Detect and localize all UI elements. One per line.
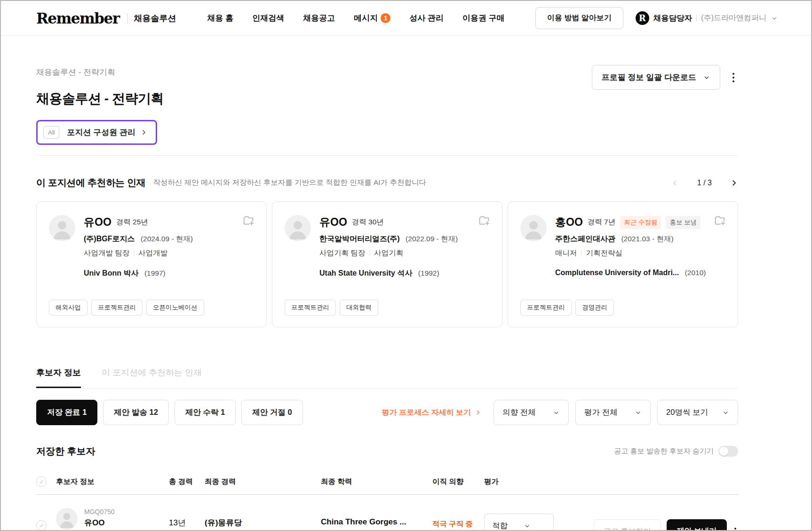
column-candidate-info: 후보자 정보: [56, 477, 169, 487]
profile-download-button[interactable]: 프로필 정보 일괄 다운로드: [592, 65, 720, 90]
row-checkbox[interactable]: [36, 520, 47, 531]
section-divider: [36, 155, 738, 156]
saved-candidates-title: 저장한 후보자: [36, 445, 96, 458]
candidate-dept: 사업기획: [374, 248, 403, 258]
column-evaluation: 평가: [484, 477, 738, 487]
chevron-down-icon: [553, 409, 560, 416]
recommended-candidate-cards: 유OO 경력 25년 (주)BGF로지스 (2024.09 - 현재) 사업개발…: [36, 201, 738, 327]
hide-promoted-label: 공고 홍보 발송한 후보자 숨기기: [614, 447, 714, 456]
table-row[interactable]: MGQ0750 유OO 13년 (유)몽류당 경영지원 China Three …: [36, 495, 738, 531]
candidate-education-year: (2010): [685, 269, 706, 277]
select-all-checkbox[interactable]: [36, 476, 47, 487]
candidate-name: 유OO: [84, 215, 111, 230]
save-to-folder-icon[interactable]: [713, 214, 726, 227]
candidate-company: 한국알박머터리얼즈(주): [319, 235, 400, 243]
position-member-management-link[interactable]: All 포지션 구성원 관리: [36, 120, 157, 145]
save-to-folder-icon[interactable]: [242, 214, 255, 227]
skill-tag: 프로젝트관리: [285, 300, 336, 316]
recommend-section-subtitle: 작성하신 제안 메시지와 저장하신 후보자를 기반으로 적합한 인재를 AI가 …: [153, 178, 426, 188]
how-to-use-button[interactable]: 이용 방법 알아보기: [535, 7, 623, 29]
column-last-career: 최종 경력: [205, 477, 321, 487]
skill-tag: 경영관리: [575, 300, 614, 316]
tab-recommended[interactable]: 이 포지션에 추천하는 인재: [102, 367, 202, 388]
filter-proposal-sent[interactable]: 제안 발송 12: [103, 400, 169, 425]
chevron-down-icon: [771, 15, 778, 22]
recommend-section-title: 이 포지션에 추천하는 인재: [36, 176, 145, 189]
candidate-career: 경력 25년: [116, 217, 148, 227]
filter-saved-done[interactable]: 저장 완료 1: [36, 400, 97, 425]
skill-tag: 프로젝트관리: [91, 300, 143, 316]
candidate-position: 사업개발 팀장: [84, 248, 129, 258]
page-size-select[interactable]: 20명씩 보기: [657, 400, 738, 425]
last-school: China Three Gorges ...: [321, 517, 432, 527]
nav-deal-management[interactable]: 성사 관리: [409, 13, 444, 24]
nav-purchase-pass[interactable]: 이용권 구매: [462, 13, 505, 24]
save-to-folder-icon[interactable]: [478, 214, 491, 227]
promote-posting-button[interactable]: 공고 홍보하기: [594, 519, 661, 531]
skill-tag: 해외사업: [49, 300, 88, 316]
top-navigation-bar: Remember 채용솔루션 채용 홈 인재검색 채용공고 메시지 1 성사 관…: [1, 1, 811, 36]
chevron-right-icon: [475, 409, 481, 416]
account-divider: [696, 15, 697, 22]
filter-proposal-rejected[interactable]: 제안 거절 0: [241, 400, 303, 425]
pager-count: 1 / 3: [697, 179, 712, 187]
chevron-down-icon: [722, 409, 729, 416]
candidate-period: (2022.09 - 현재): [406, 235, 458, 243]
candidate-name: 유OO: [319, 215, 347, 230]
candidate-education: Complutense University of Madri...: [555, 269, 679, 277]
job-intent-status: 적극 구직 중: [432, 508, 484, 531]
skill-tag: 오픈이노베이션: [146, 300, 204, 316]
recently-modified-badge: 최근 수정됨: [620, 216, 661, 229]
topbar-right: 이용 방법 알아보기 R 채용담당자 (주)드라마앤컴퍼니: [535, 7, 778, 29]
avatar: [520, 215, 547, 241]
chevron-down-icon: [703, 74, 710, 81]
account-role: 채용담당자: [653, 13, 693, 24]
tab-candidate-info[interactable]: 후보자 정보: [36, 367, 81, 388]
candidate-card[interactable]: 유OO 경력 30년 한국알박머터리얼즈(주) (2022.09 - 현재) 사…: [272, 201, 502, 327]
skill-tag: 프로젝트관리: [520, 300, 572, 316]
pager-prev-button[interactable]: [671, 179, 679, 187]
main-nav: 채용 홈 인재검색 채용공고 메시지 1 성사 관리 이용권 구매: [207, 13, 505, 24]
nav-recruit-home[interactable]: 채용 홈: [207, 13, 234, 24]
candidate-education: Utah State University 석사: [319, 269, 412, 277]
avatar: [56, 508, 78, 530]
nav-messages[interactable]: 메시지 1: [354, 13, 390, 24]
candidate-position: 사업기획 팀장: [319, 248, 365, 258]
hide-promoted-toggle[interactable]: [718, 446, 738, 457]
intent-filter-select[interactable]: 의향 전체: [494, 400, 569, 425]
promo-sent-badge: 홍보 보냄: [666, 216, 701, 229]
account-menu[interactable]: R 채용담당자 (주)드라마앤컴퍼니: [636, 11, 778, 25]
row-evaluation-select[interactable]: 적합: [484, 514, 554, 531]
candidate-career: 경력 30년: [352, 217, 384, 227]
logo-divider: [127, 13, 127, 24]
candidate-card[interactable]: 홍OO 경력 7년 최근 수정됨 홍보 보냄 주한스페인대사관 (2021.03…: [508, 201, 738, 327]
candidate-company: 주한스페인대사관: [555, 235, 615, 243]
row-more-options-button[interactable]: [732, 519, 738, 531]
saved-candidates-table: 후보자 정보 총 경력 최종 경력 최종 학력 이직 의향 평가: [36, 470, 738, 531]
candidate-company: (주)BGF로지스: [84, 235, 135, 243]
pager-next-button[interactable]: [730, 179, 738, 187]
remember-r-logo-icon: R: [636, 11, 649, 25]
candidate-period: (2024.09 - 현재): [141, 235, 193, 243]
column-total-career: 총 경력: [169, 477, 205, 487]
breadcrumb: 채용솔루션 - 전략기획: [36, 67, 164, 78]
candidate-card[interactable]: 유OO 경력 25년 (주)BGF로지스 (2024.09 - 현재) 사업개발…: [36, 201, 267, 327]
candidate-education: Univ Bonn 박사: [84, 269, 138, 277]
filter-proposal-accepted[interactable]: 제안 수락 1: [175, 400, 236, 425]
nav-talent-search[interactable]: 인재검색: [252, 13, 284, 24]
candidate-name: 유OO: [84, 517, 115, 528]
candidate-name: 홍OO: [555, 215, 583, 230]
page-more-options-button[interactable]: [729, 70, 738, 85]
table-header: 후보자 정보 총 경력 최종 경력 최종 학력 이직 의향 평가: [36, 470, 738, 495]
last-company: (유)몽류당: [205, 517, 321, 528]
evaluation-process-link[interactable]: 평가 프로세스 자세히 보기: [382, 408, 481, 418]
chevron-down-icon: [635, 409, 642, 416]
candidate-career: 경력 7년: [588, 217, 615, 227]
avatar: [49, 215, 75, 241]
nav-job-postings[interactable]: 채용공고: [303, 13, 335, 24]
remember-logo[interactable]: Remember: [36, 10, 119, 27]
page-content: 채용솔루션 - 전략기획 채용솔루션 - 전략기획 프로필 정보 일괄 다운로드…: [1, 36, 811, 531]
evaluation-filter-select[interactable]: 평가 전체: [575, 400, 651, 425]
recruiting-solution-page: Remember 채용솔루션 채용 홈 인재검색 채용공고 메시지 1 성사 관…: [0, 0, 812, 531]
send-proposal-button[interactable]: 제안 보내기: [667, 519, 727, 531]
